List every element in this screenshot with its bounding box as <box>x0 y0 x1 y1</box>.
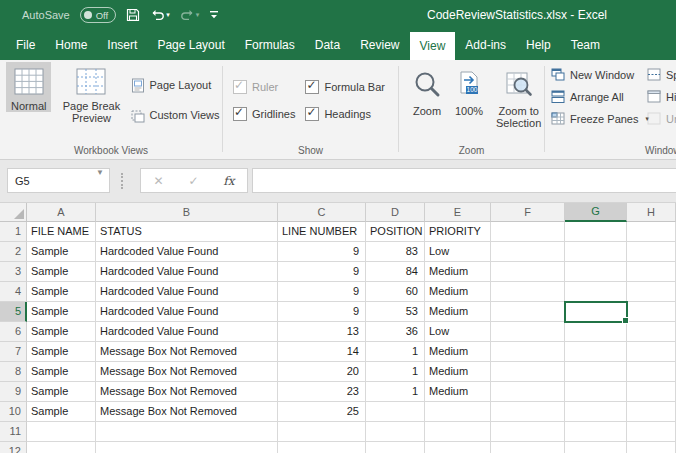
ruler-checkbox-row[interactable]: Ruler <box>233 80 295 94</box>
cell-A6[interactable]: Sample <box>27 322 96 342</box>
cell-F12[interactable] <box>491 442 565 453</box>
insert-function-icon[interactable]: fx <box>223 174 234 188</box>
cell-D12[interactable] <box>366 442 425 453</box>
cell-B1[interactable]: STATUS <box>96 222 278 242</box>
cell-D8[interactable]: 1 <box>366 362 425 382</box>
cell-B10[interactable]: Message Box Not Removed <box>96 402 278 422</box>
cell-E3[interactable]: Medium <box>425 262 491 282</box>
row-header-10[interactable]: 10 <box>0 402 27 422</box>
cell-F5[interactable] <box>491 302 565 322</box>
cell-B8[interactable]: Message Box Not Removed <box>96 362 278 382</box>
cell-B3[interactable]: Hardcoded Value Found <box>96 262 278 282</box>
row-header-6[interactable]: 6 <box>0 322 27 342</box>
tab-formulas[interactable]: Formulas <box>235 30 305 60</box>
cell-B7[interactable]: Message Box Not Removed <box>96 342 278 362</box>
cell-F10[interactable] <box>491 402 565 422</box>
cell-A8[interactable]: Sample <box>27 362 96 382</box>
column-header-B[interactable]: B <box>96 203 278 222</box>
name-box[interactable]: G5 <box>7 168 110 193</box>
page-layout-button[interactable]: Page Layout <box>131 74 219 96</box>
fill-handle[interactable] <box>622 317 629 324</box>
formula-bar-checkbox[interactable] <box>305 80 319 94</box>
cell-B11[interactable] <box>96 422 278 442</box>
headings-checkbox-row[interactable]: Headings <box>305 107 385 121</box>
cell-D5[interactable]: 53 <box>366 302 425 322</box>
cell-D6[interactable]: 36 <box>366 322 425 342</box>
cell-A4[interactable]: Sample <box>27 282 96 302</box>
cell-B6[interactable]: Hardcoded Value Found <box>96 322 278 342</box>
tab-review[interactable]: Review <box>350 30 409 60</box>
column-header-G[interactable]: G <box>565 203 627 222</box>
active-cell-selection[interactable] <box>564 301 628 323</box>
cell-G9[interactable] <box>565 382 627 402</box>
cell-A10[interactable]: Sample <box>27 402 96 422</box>
cell-B9[interactable]: Message Box Not Removed <box>96 382 278 402</box>
cell-C12[interactable] <box>278 442 366 453</box>
tab-add-ins[interactable]: Add-ins <box>455 30 516 60</box>
redo-dropdown-icon[interactable]: ▾ <box>196 11 200 19</box>
cell-A9[interactable]: Sample <box>27 382 96 402</box>
row-header-3[interactable]: 3 <box>0 262 27 282</box>
cell-C8[interactable]: 20 <box>278 362 366 382</box>
cell-D4[interactable]: 60 <box>366 282 425 302</box>
cell-H6[interactable] <box>627 322 676 342</box>
cell-H7[interactable] <box>627 342 676 362</box>
gridlines-checkbox-row[interactable]: Gridlines <box>233 107 295 121</box>
column-header-D[interactable]: D <box>366 203 425 222</box>
formula-bar-checkbox-row[interactable]: Formula Bar <box>305 80 385 94</box>
cell-C10[interactable]: 25 <box>278 402 366 422</box>
cell-C7[interactable]: 14 <box>278 342 366 362</box>
customize-toolbar-icon[interactable] <box>209 9 219 21</box>
cell-E12[interactable] <box>425 442 491 453</box>
row-header-2[interactable]: 2 <box>0 242 27 262</box>
cell-G10[interactable] <box>565 402 627 422</box>
unhide-button[interactable]: Unhide <box>647 112 676 125</box>
cell-A5[interactable]: Sample <box>27 302 96 322</box>
row-header-8[interactable]: 8 <box>0 362 27 382</box>
formula-bar-resize-handle[interactable] <box>121 173 123 189</box>
cell-A7[interactable]: Sample <box>27 342 96 362</box>
tab-insert[interactable]: Insert <box>97 30 147 60</box>
column-header-C[interactable]: C <box>278 203 366 222</box>
cell-D7[interactable]: 1 <box>366 342 425 362</box>
cell-A2[interactable]: Sample <box>27 242 96 262</box>
cell-G12[interactable] <box>565 442 627 453</box>
cell-F1[interactable] <box>491 222 565 242</box>
cell-C4[interactable]: 9 <box>278 282 366 302</box>
new-window-button[interactable]: New Window <box>551 68 649 81</box>
undo-button[interactable]: ▾ <box>150 9 170 22</box>
cell-C5[interactable]: 9 <box>278 302 366 322</box>
cell-D10[interactable] <box>366 402 425 422</box>
cell-F3[interactable] <box>491 262 565 282</box>
cell-G4[interactable] <box>565 282 627 302</box>
zoom-to-selection-button[interactable]: Zoom toSelection <box>491 64 546 129</box>
cell-G3[interactable] <box>565 262 627 282</box>
redo-button[interactable]: ▾ <box>180 9 200 22</box>
ruler-checkbox[interactable] <box>233 80 247 94</box>
cell-C6[interactable]: 13 <box>278 322 366 342</box>
cell-H3[interactable] <box>627 262 676 282</box>
cell-C1[interactable]: LINE NUMBER <box>278 222 366 242</box>
cell-E1[interactable]: PRIORITY <box>425 222 491 242</box>
cell-E6[interactable]: Low <box>425 322 491 342</box>
cell-D3[interactable]: 84 <box>366 262 425 282</box>
cell-G2[interactable] <box>565 242 627 262</box>
column-header-A[interactable]: A <box>27 203 96 222</box>
cell-H11[interactable] <box>627 422 676 442</box>
page-break-preview-button[interactable]: Page Break Preview <box>55 62 127 124</box>
cell-E4[interactable]: Medium <box>425 282 491 302</box>
row-header-7[interactable]: 7 <box>0 342 27 362</box>
column-header-H[interactable]: H <box>627 203 676 222</box>
undo-dropdown-icon[interactable]: ▾ <box>166 11 170 19</box>
custom-views-button[interactable]: Custom Views <box>131 104 219 126</box>
autosave-toggle[interactable]: Off <box>80 7 117 23</box>
cell-H4[interactable] <box>627 282 676 302</box>
cell-D1[interactable]: POSITION <box>366 222 425 242</box>
cell-C2[interactable]: 9 <box>278 242 366 262</box>
cell-E8[interactable]: Medium <box>425 362 491 382</box>
cell-G8[interactable] <box>565 362 627 382</box>
cell-D2[interactable]: 83 <box>366 242 425 262</box>
tab-page-layout[interactable]: Page Layout <box>147 30 234 60</box>
row-header-4[interactable]: 4 <box>0 282 27 302</box>
cell-D11[interactable] <box>366 422 425 442</box>
